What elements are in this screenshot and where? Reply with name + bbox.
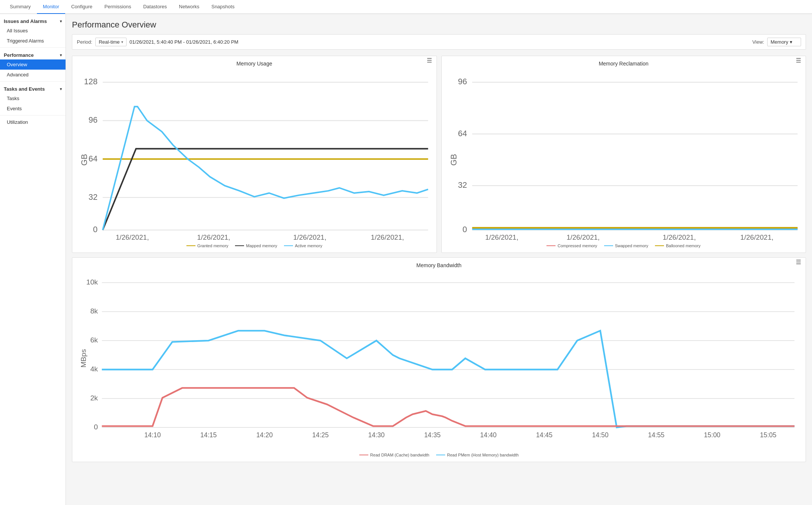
legend-granted-label: Granted memory [197,243,229,248]
sidebar-section-performance[interactable]: Performance ▾ [0,49,66,59]
svg-text:64: 64 [458,129,467,138]
sidebar-section-issues[interactable]: Issues and Alarms ▾ [0,15,66,26]
tab-networks[interactable]: Networks [173,0,205,14]
chevron-down-icon-3: ▾ [60,87,62,91]
read-dram-line-icon [359,455,368,455]
ballooned-line-icon [655,245,664,246]
tab-permissions[interactable]: Permissions [98,0,137,14]
svg-text:10k: 10k [86,278,98,286]
svg-text:14:50: 14:50 [592,431,609,439]
view-label: View: [752,39,764,45]
memory-reclamation-title: Memory Reclamation [565,61,683,67]
divider-3 [0,115,66,116]
legend-ballooned-label: Ballooned memory [666,243,701,248]
svg-text:1/26/2021,: 1/26/2021, [116,233,149,241]
view-value: Memory [771,39,788,45]
memory-usage-legend: Granted memory Mapped memory Active memo… [77,243,432,248]
svg-text:0: 0 [93,225,98,234]
main-layout: Issues and Alarms ▾ All Issues Triggered… [0,14,812,505]
svg-text:5:45:00 PM: 5:45:00 PM [484,240,519,241]
tab-snapshots[interactable]: Snapshots [205,0,240,14]
svg-text:14:35: 14:35 [424,431,441,439]
date-range: 01/26/2021, 5:40:40 PM - 01/26/2021, 6:4… [130,39,749,45]
memory-reclamation-menu-icon[interactable]: ☰ [796,57,801,64]
memory-usage-svg: 128 96 64 32 0 GB 1/26/2021, [77,71,432,241]
svg-text:6:30:00 PM: 6:30:00 PM [369,240,405,241]
memory-bandwidth-menu-icon[interactable]: ☰ [796,259,801,266]
svg-text:1/26/2021,: 1/26/2021, [740,233,773,241]
sidebar-section-tasks[interactable]: Tasks and Events ▾ [0,83,66,93]
sidebar-item-utilization[interactable]: Utilization [0,117,66,127]
svg-text:GB: GB [449,154,458,166]
period-value: Real-time [99,39,120,45]
view-caret-icon: ▾ [790,39,792,45]
sidebar-section-performance-label: Performance [4,52,34,58]
memory-bandwidth-legend: Read DRAM (Cache) bandwidth Read PMem (H… [77,453,801,457]
tab-monitor[interactable]: Monitor [37,0,65,14]
legend-swapped: Swapped memory [604,243,649,248]
divider-2 [0,81,66,82]
svg-text:128: 128 [84,77,98,86]
sidebar-item-advanced[interactable]: Advanced [0,70,66,80]
tab-summary[interactable]: Summary [4,0,37,14]
sidebar-section-tasks-label: Tasks and Events [4,86,45,92]
svg-text:14:45: 14:45 [536,431,553,439]
svg-text:64: 64 [89,154,98,163]
memory-usage-title: Memory Usage [195,61,313,67]
svg-text:32: 32 [458,180,467,190]
memory-usage-menu-icon[interactable]: ☰ [427,57,432,64]
active-line-icon [284,245,293,246]
svg-text:1/26/2021,: 1/26/2021, [197,233,230,241]
main-content: Performance Overview Period: Real-time ▾… [66,14,812,505]
legend-compressed-label: Compressed memory [557,243,597,248]
sidebar-item-triggered-alarms[interactable]: Triggered Alarms [0,36,66,46]
sidebar: Issues and Alarms ▾ All Issues Triggered… [0,14,66,505]
chevron-down-icon-2: ▾ [60,53,62,57]
memory-usage-chart-area: 128 96 64 32 0 GB 1/26/2021, [77,71,432,241]
divider [0,47,66,48]
sidebar-item-tasks[interactable]: Tasks [0,93,66,103]
legend-mapped: Mapped memory [235,243,277,248]
legend-swapped-label: Swapped memory [615,243,649,248]
sidebar-section-issues-label: Issues and Alarms [4,18,47,24]
memory-bandwidth-svg: 10k 8k 6k 4k 2k 0 MBps 14:10 14: [77,273,801,450]
sidebar-item-all-issues[interactable]: All Issues [0,26,66,36]
read-pmem-line-icon [436,455,445,455]
svg-text:6k: 6k [90,336,98,344]
svg-text:96: 96 [89,115,98,125]
legend-active-label: Active memory [295,243,322,248]
svg-text:6:30:00 PM: 6:30:00 PM [739,240,775,241]
sidebar-item-overview[interactable]: Overview [0,59,66,70]
legend-read-pmem-label: Read PMem (Host Memory) bandwidth [447,453,519,457]
svg-text:6:00:00 PM: 6:00:00 PM [565,240,601,241]
svg-text:6:15:00 PM: 6:15:00 PM [292,240,328,241]
legend-ballooned: Ballooned memory [655,243,701,248]
tab-configure[interactable]: Configure [65,0,98,14]
legend-compressed: Compressed memory [546,243,597,248]
memory-bandwidth-chart-area: 10k 8k 6k 4k 2k 0 MBps 14:10 14: [77,273,801,450]
svg-text:96: 96 [458,77,467,86]
view-select[interactable]: Memory ▾ [767,38,801,46]
svg-text:14:30: 14:30 [368,431,385,439]
svg-text:MBps: MBps [79,349,87,367]
memory-reclamation-svg: 96 64 32 0 GB 1/26/2021, 5:45:00 PM 1/26… [446,71,801,241]
legend-read-dram-label: Read DRAM (Cache) bandwidth [370,453,429,457]
svg-text:15:05: 15:05 [760,431,777,439]
svg-text:6:15:00 PM: 6:15:00 PM [661,240,697,241]
top-tabs: Summary Monitor Configure Permissions Da… [0,0,812,14]
legend-read-pmem: Read PMem (Host Memory) bandwidth [436,453,519,457]
svg-text:1/26/2021,: 1/26/2021, [662,233,696,241]
mapped-line-icon [235,245,244,246]
svg-text:0: 0 [94,423,98,431]
charts-top-row: Memory Usage ☰ 128 96 64 32 0 GB [72,56,806,253]
svg-text:GB: GB [79,154,89,166]
page-title: Performance Overview [72,20,806,30]
sidebar-item-events[interactable]: Events [0,103,66,114]
period-select[interactable]: Real-time ▾ [95,38,127,46]
svg-text:14:20: 14:20 [256,431,273,439]
toolbar: Period: Real-time ▾ 01/26/2021, 5:40:40 … [72,34,806,50]
tab-datastores[interactable]: Datastores [137,0,173,14]
memory-bandwidth-title: Memory Bandwidth [318,262,560,268]
svg-text:1/26/2021,: 1/26/2021, [566,233,600,241]
memory-usage-panel: Memory Usage ☰ 128 96 64 32 0 GB [72,56,437,253]
